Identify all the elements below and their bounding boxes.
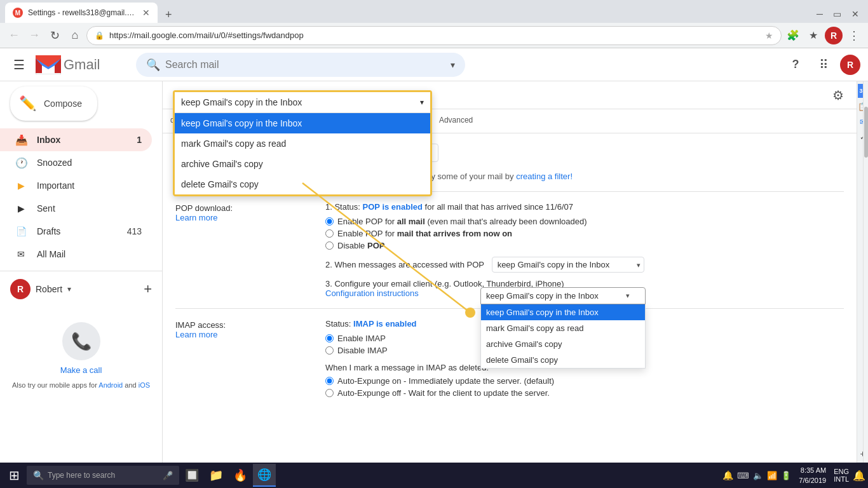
maximize-button[interactable]: ▭ <box>829 8 845 20</box>
tray-network-icon[interactable]: 📶 <box>767 471 777 480</box>
tray-volume-icon[interactable]: 🔈 <box>753 471 763 480</box>
configuration-instructions-link[interactable]: Configuration instructions <box>325 288 419 298</box>
taskbar-firefox[interactable]: 🔥 <box>229 464 252 487</box>
pop-learn-more[interactable]: Learn more <box>175 213 217 222</box>
imap-auto-expunge-on-radio[interactable] <box>325 377 334 385</box>
compose-label: Compose <box>44 98 82 109</box>
pop-option-archive[interactable]: archive Gmail's copy <box>481 336 645 352</box>
inbox-icon: 📥 <box>15 134 27 146</box>
start-button[interactable]: ⊞ <box>3 464 25 487</box>
hamburger-button[interactable]: ☰ <box>8 53 31 76</box>
system-clock[interactable]: 8:35 AM 7/6/2019 <box>795 465 830 486</box>
search-bar: 🔍 ▾ <box>136 53 465 77</box>
pop-when-select[interactable]: keep Gmail's copy in the Inbox mark Gmai… <box>492 257 644 273</box>
imap-label: IMAP access: Learn more <box>175 319 315 400</box>
browser-tab[interactable]: M Settings - rewells318@gmail.com ✕ <box>5 3 158 23</box>
notification-panel-button[interactable]: 🔔 <box>853 470 865 482</box>
compose-button[interactable]: ✏️ Compose <box>10 86 97 121</box>
taskbar-chrome-active[interactable]: 🌐 <box>253 464 276 487</box>
apps-button[interactable]: ⠿ <box>812 53 835 76</box>
forward-button[interactable]: → <box>25 27 43 44</box>
configure-label: 3. Configure your email client <box>325 279 432 288</box>
pop-all-mail-radio[interactable] <box>325 217 334 226</box>
task-view-button[interactable]: 🔲 <box>180 464 203 487</box>
pop-label: POP download: Learn more <box>175 202 315 298</box>
home-button[interactable]: ⌂ <box>66 27 84 44</box>
taskbar-search-text: Type here to search <box>48 471 115 480</box>
phone-widget: 📞 Make a call Also try our mobile apps f… <box>0 309 162 404</box>
pop-status: 1. Status: POP is enabled for all mail t… <box>325 202 844 212</box>
pop-new-mail-radio[interactable] <box>325 229 334 238</box>
dropdown-item-delete[interactable]: delete Gmail's copy <box>175 174 430 194</box>
sidebar-item-snoozed[interactable]: 🕐 Snoozed <box>0 151 152 174</box>
pop-option-delete[interactable]: delete Gmail's copy <box>481 352 645 368</box>
user-name: Robert <box>36 284 62 294</box>
sidebar-item-important[interactable]: ▶ Important <box>0 174 152 197</box>
taskbar-file-explorer[interactable]: 📁 <box>205 464 227 487</box>
add-account-button[interactable]: + <box>144 282 152 296</box>
sidebar-item-inbox[interactable]: 📥 Inbox 1 <box>0 128 152 151</box>
top-dropdown-overlay: keep Gmail's copy in the Inbox ▾ keep Gm… <box>173 90 432 196</box>
dropdown-item-archive[interactable]: archive Gmail's copy <box>175 154 430 174</box>
imap-enable-radio[interactable] <box>325 334 334 342</box>
tab-advanced[interactable]: Advanced <box>431 109 480 133</box>
minimize-button[interactable]: ─ <box>813 8 827 20</box>
address-bar[interactable]: 🔒 https://mail.google.com/mail/u/0/#sett… <box>86 26 782 45</box>
search-dropdown-button[interactable]: ▾ <box>451 60 455 70</box>
pop-dropdown-menu: keep Gmail's copy in the Inbox mark Gmai… <box>480 304 646 369</box>
taskbar-mic-icon[interactable]: 🎤 <box>163 471 173 480</box>
dropdown-arrow-icon: ▾ <box>420 98 424 107</box>
help-button[interactable]: ? <box>784 53 807 76</box>
sidebar-item-drafts[interactable]: 📄 Drafts 413 <box>0 220 152 243</box>
back-button[interactable]: ← <box>5 27 23 44</box>
browser-menu-button[interactable]: ⋮ <box>845 27 863 44</box>
imap-auto-expunge-off-label: Auto-Expunge off - Wait for the client t… <box>337 388 550 398</box>
dropdown-item-keep[interactable]: keep Gmail's copy in the Inbox <box>175 113 430 133</box>
sidebar-item-all-mail[interactable]: ✉ All Mail <box>0 243 152 266</box>
try-mobile-text: Also try our mobile apps for Android and… <box>10 380 152 391</box>
dropdown-item-mark[interactable]: mark Gmail's copy as read <box>175 133 430 154</box>
tray-keyboard-icon[interactable]: ⌨ <box>737 471 749 480</box>
drafts-label: Drafts <box>37 226 117 236</box>
phone-icon: 📞 <box>71 332 92 351</box>
user-section[interactable]: R Robert ▾ + <box>0 276 162 302</box>
extensions-button[interactable]: 🧩 <box>784 27 802 44</box>
new-tab-button[interactable]: + <box>160 6 177 23</box>
tray-battery-icon[interactable]: 🔋 <box>781 471 791 480</box>
imap-auto-expunge-on-label: Auto-Expunge on - Immediately update the… <box>337 376 554 386</box>
user-avatar[interactable]: R <box>840 55 860 75</box>
filter-link[interactable]: creating a filter! <box>516 172 573 181</box>
pop-disable-radio[interactable] <box>325 241 334 250</box>
ios-link[interactable]: iOS <box>139 381 150 389</box>
taskbar-search[interactable]: 🔍 Type here to search 🎤 <box>27 466 179 485</box>
imap-learn-more[interactable]: Learn more <box>175 330 217 339</box>
pop-when-label: 2. When messages are accessed with POP <box>325 260 484 269</box>
imap-disable-radio[interactable] <box>325 346 334 355</box>
taskbar: ⊞ 🔍 Type here to search 🎤 🔲 📁 🔥 🌐 🔔 ⌨ 🔈 … <box>0 463 868 488</box>
search-input[interactable] <box>165 59 445 71</box>
make-call-link[interactable]: Make a call <box>10 365 152 375</box>
tab-close-icon[interactable]: ✕ <box>142 8 150 18</box>
sidebar-item-sent[interactable]: ▶ Sent <box>0 197 152 220</box>
tray-notification-icon[interactable]: 🔔 <box>722 470 733 480</box>
refresh-button[interactable]: ↻ <box>46 27 64 44</box>
user-dropdown-icon: ▾ <box>67 285 71 294</box>
android-link[interactable]: Android <box>98 381 123 389</box>
dropdown-header[interactable]: keep Gmail's copy in the Inbox ▾ <box>175 92 430 113</box>
compose-icon: ✏️ <box>19 95 36 112</box>
bookmarks-button[interactable]: ★ <box>804 27 822 44</box>
address-text: https://mail.google.com/mail/u/0/#settin… <box>109 30 760 40</box>
imap-auto-expunge-off-radio[interactable] <box>325 389 334 397</box>
taskbar-search-icon: 🔍 <box>33 470 44 480</box>
pop-option-mark[interactable]: mark Gmail's copy as read <box>481 320 645 336</box>
drafts-icon: 📄 <box>15 226 27 236</box>
address-star-icon[interactable]: ★ <box>765 30 773 41</box>
pop-select-display[interactable]: keep Gmail's copy in the Inbox ▾ <box>480 287 646 304</box>
settings-gear-button[interactable]: ⚙ <box>832 88 844 103</box>
tab-favicon: M <box>13 8 23 18</box>
close-window-button[interactable]: ✕ <box>848 8 863 20</box>
pop-option-keep[interactable]: keep Gmail's copy in the Inbox <box>481 304 645 320</box>
profile-button[interactable]: R <box>825 27 843 44</box>
snoozed-label: Snoozed <box>37 158 142 168</box>
lang-indicator: ENGINTL <box>834 468 849 483</box>
